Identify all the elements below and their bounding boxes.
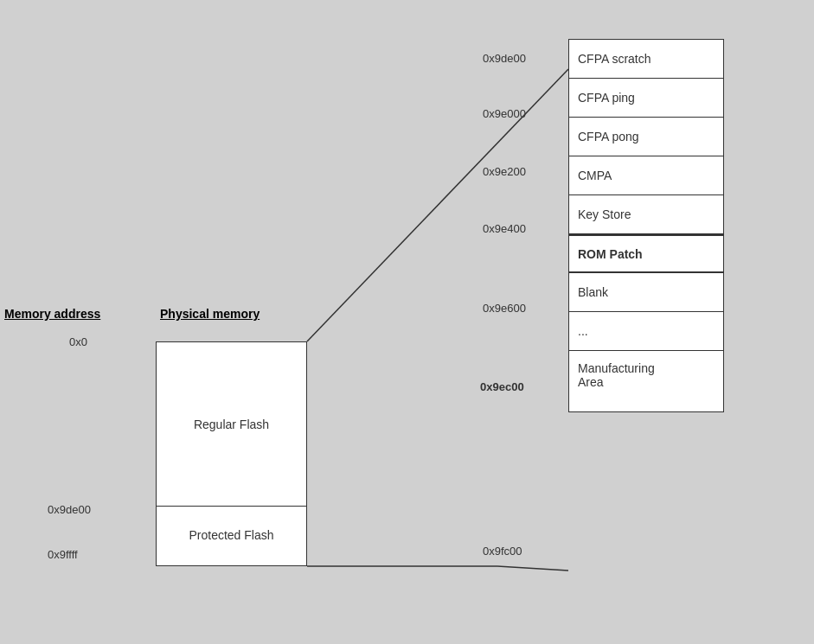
address-0x0: 0x0 (69, 335, 87, 348)
diagram-container: Memory address Physical memory 0x0 0x9de… (0, 0, 814, 644)
right-table-row-cfpa-ping: CFPA ping (569, 79, 723, 118)
physical-memory-label: Physical memory (160, 307, 260, 321)
right-table-row-blank: Blank (569, 273, 723, 312)
address-0x9fc00: 0x9fc00 (483, 545, 522, 558)
physical-memory-box: Regular Flash Protected Flash (156, 341, 307, 566)
address-0x9de00-left: 0x9de00 (48, 503, 91, 516)
svg-line-2 (497, 566, 568, 571)
right-table-row-ellipsis: ... (569, 312, 723, 351)
right-table-row-cmpa: CMPA (569, 156, 723, 195)
right-table-row-manufacturing-area: Manufacturing Area (569, 351, 723, 411)
svg-line-0 (307, 69, 568, 341)
protected-flash-section: Protected Flash (157, 505, 306, 565)
regular-flash-section: Regular Flash (157, 342, 306, 507)
address-0x9e600: 0x9e600 (483, 302, 526, 315)
address-0x9de00-right: 0x9de00 (483, 52, 526, 65)
address-0x9ffff: 0x9ffff (48, 548, 78, 561)
memory-address-label: Memory address (4, 307, 100, 321)
right-table: CFPA scratchCFPA pingCFPA pongCMPAKey St… (568, 39, 724, 412)
address-0x9e000: 0x9e000 (483, 107, 526, 120)
address-0x9e400: 0x9e400 (483, 222, 526, 235)
address-0x9e200: 0x9e200 (483, 165, 526, 178)
right-table-row-rom-patch: ROM Patch (569, 234, 723, 273)
right-table-row-cfpa-scratch: CFPA scratch (569, 40, 723, 79)
right-table-row-cfpa-pong: CFPA pong (569, 118, 723, 156)
right-table-row-key-store: Key Store (569, 195, 723, 234)
address-0x9ec00: 0x9ec00 (480, 380, 524, 393)
